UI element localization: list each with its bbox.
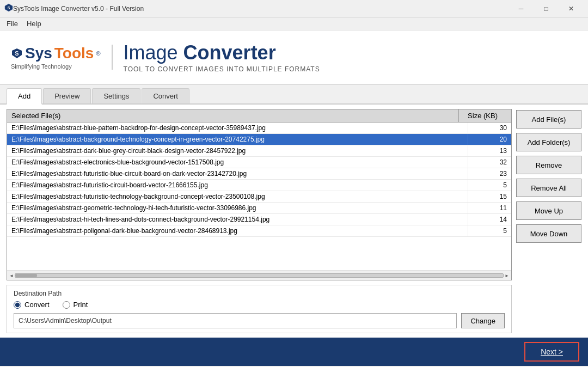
tabs-bar: Add Preview Settings Convert — [0, 85, 588, 105]
tab-settings[interactable]: Settings — [92, 88, 140, 103]
close-button[interactable]: ✕ — [559, 0, 584, 17]
file-size: 20 — [468, 134, 511, 145]
horizontal-scrollbar[interactable]: ◄ ► — [7, 271, 511, 280]
footer: Next > — [0, 338, 588, 366]
file-table-body[interactable]: E:\Files\Images\abstract-blue-pattern-ba… — [7, 123, 511, 271]
move-down-button[interactable]: Move Down — [516, 224, 581, 243]
file-size: 15 — [468, 191, 511, 202]
logo-section: S SysTools® Simplifying Technology — [11, 45, 113, 70]
app-title-converter: Converter — [183, 41, 276, 64]
tab-preview[interactable]: Preview — [43, 88, 91, 103]
table-row[interactable]: E:\Files\Images\abstract-background-tech… — [7, 134, 511, 145]
radio-print-label: Print — [74, 301, 88, 309]
file-size: 5 — [468, 180, 511, 191]
destination-section: Destination Path Convert Print Change — [7, 285, 512, 333]
move-up-button[interactable]: Move Up — [516, 201, 581, 220]
file-size: 13 — [468, 145, 511, 156]
left-panel: Selected File(s) Size (KB) E:\Files\Imag… — [7, 109, 512, 333]
app-title-main: Image Converter — [124, 41, 577, 64]
h-scroll-track[interactable] — [15, 273, 504, 278]
logo-shield-icon: S — [11, 47, 23, 59]
path-row: Change — [14, 313, 505, 328]
radio-convert-input[interactable] — [14, 301, 21, 309]
logo-sys-text: Sys — [25, 45, 52, 62]
radio-convert-label: Convert — [24, 301, 50, 309]
app-subtitle: TOOL TO CONVERT IMAGES INTO MULTIPLE FOR… — [124, 65, 577, 73]
app-title-image: Image — [124, 41, 183, 64]
remove-all-button[interactable]: Remove All — [516, 179, 581, 197]
radio-row: Convert Print — [14, 301, 505, 309]
file-path: E:\Files\Images\abstract-futuristic-blue… — [7, 168, 468, 179]
menu-help[interactable]: Help — [22, 19, 46, 29]
scroll-right-arrow[interactable]: ► — [504, 273, 510, 278]
table-row[interactable]: E:\Files\Images\abstract-dark-blue-grey-… — [7, 145, 511, 157]
table-header: Selected File(s) Size (KB) — [7, 109, 511, 123]
change-button[interactable]: Change — [461, 313, 505, 328]
minimize-button[interactable]: ─ — [509, 0, 534, 17]
table-row[interactable]: E:\Files\Images\abstract-geometric-techn… — [7, 203, 511, 214]
menu-file[interactable]: File — [2, 19, 22, 29]
radio-print-input[interactable] — [63, 301, 70, 309]
svg-text:S: S — [15, 50, 19, 57]
logo-brand: S SysTools® — [11, 45, 101, 62]
right-panel: Add File(s) Add Folder(s) Remove Remove … — [516, 109, 581, 333]
next-button[interactable]: Next > — [524, 342, 579, 362]
main-content: Selected File(s) Size (KB) E:\Files\Imag… — [0, 105, 588, 338]
file-path: E:\Files\Images\abstract-futuristic-circ… — [7, 180, 468, 191]
table-row[interactable]: E:\Files\Images\abstract-futuristic-tech… — [7, 191, 511, 203]
menu-bar: File Help — [0, 17, 588, 30]
destination-path-input[interactable] — [14, 313, 457, 328]
svg-text:S: S — [8, 6, 10, 10]
table-row[interactable]: E:\Files\Images\abstract-futuristic-circ… — [7, 180, 511, 191]
tab-convert[interactable]: Convert — [142, 88, 189, 103]
file-size: 14 — [468, 214, 511, 225]
scroll-left-arrow[interactable]: ◄ — [8, 273, 15, 278]
window-controls: ─ □ ✕ — [509, 0, 584, 17]
remove-button[interactable]: Remove — [516, 156, 581, 174]
table-row[interactable]: E:\Files\Images\abstract-futuristic-blue… — [7, 168, 511, 180]
table-row[interactable]: E:\Files\Images\abstract-hi-tech-lines-a… — [7, 214, 511, 225]
table-row[interactable]: E:\Files\Images\abstract-electronics-blu… — [7, 157, 511, 168]
h-scroll-thumb[interactable] — [15, 274, 37, 277]
file-path: E:\Files\Images\abstract-dark-blue-grey-… — [7, 145, 468, 156]
file-size: 5 — [468, 225, 511, 236]
file-path: E:\Files\Images\abstract-futuristic-tech… — [7, 191, 468, 202]
file-path: E:\Files\Images\abstract-blue-pattern-ba… — [7, 123, 468, 133]
radio-print-option[interactable]: Print — [63, 301, 88, 309]
radio-convert-option[interactable]: Convert — [14, 301, 50, 309]
app-icon: S — [4, 3, 13, 14]
logo-registered: ® — [96, 50, 100, 57]
logo-tools-text: Tools — [54, 45, 94, 62]
title-bar: S SysTools Image Converter v5.0 - Full V… — [0, 0, 588, 17]
col-filename-header: Selected File(s) — [7, 109, 458, 122]
tab-add[interactable]: Add — [7, 88, 42, 105]
file-size: 23 — [468, 168, 511, 179]
add-folder-button[interactable]: Add Folder(s) — [516, 133, 581, 151]
file-size: 11 — [468, 203, 511, 213]
header: S SysTools® Simplifying Technology Image… — [0, 30, 588, 85]
maximize-button[interactable]: □ — [534, 0, 559, 17]
col-size-header: Size (KB) — [458, 109, 502, 122]
file-table: Selected File(s) Size (KB) E:\Files\Imag… — [7, 109, 512, 280]
window-title: SysTools Image Converter v5.0 - Full Ver… — [13, 5, 509, 13]
file-path: E:\Files\Images\abstract-background-tech… — [7, 134, 468, 145]
add-files-button[interactable]: Add File(s) — [516, 110, 581, 129]
file-path: E:\Files\Images\abstract-geometric-techn… — [7, 203, 468, 213]
file-path: E:\Files\Images\abstract-poligonal-dark-… — [7, 225, 468, 236]
table-row[interactable]: E:\Files\Images\abstract-poligonal-dark-… — [7, 225, 511, 237]
destination-title: Destination Path — [14, 290, 505, 297]
file-path: E:\Files\Images\abstract-hi-tech-lines-a… — [7, 214, 468, 225]
file-size: 30 — [468, 123, 511, 133]
table-row[interactable]: E:\Files\Images\abstract-blue-pattern-ba… — [7, 123, 511, 134]
file-path: E:\Files\Images\abstract-electronics-blu… — [7, 157, 468, 168]
logo-tagline: Simplifying Technology — [11, 63, 72, 70]
file-size: 32 — [468, 157, 511, 168]
app-title-section: Image Converter TOOL TO CONVERT IMAGES I… — [124, 41, 577, 73]
